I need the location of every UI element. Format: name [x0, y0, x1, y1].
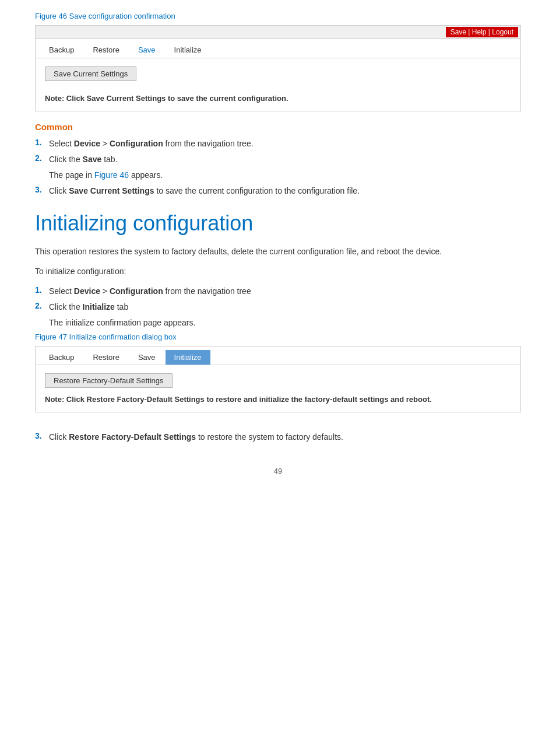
step1-bold1: Device: [74, 139, 100, 148]
init-step2-content: Click the Initialize tab: [49, 301, 521, 313]
figure46-toolbar: Save | Help | Logout: [36, 26, 520, 39]
figure46-nav-tabs: Backup Restore Save Initialize: [36, 39, 520, 58]
step2-num: 2.: [35, 153, 49, 163]
step1-bold2: Configuration: [110, 139, 163, 148]
init-step2-bold: Initialize: [83, 302, 115, 312]
figure47-caption: Figure 47 Initialize confirmation dialog…: [35, 332, 521, 341]
init-para2: To initialize configuration:: [35, 265, 521, 278]
init-step1-bold1: Device: [74, 286, 100, 296]
common-step2: 2. Click the Save tab.: [35, 153, 521, 166]
tab-restore[interactable]: Restore: [84, 43, 128, 58]
step2-content: Click the Save tab.: [49, 153, 521, 166]
init-step1-bold2: Configuration: [110, 286, 163, 296]
init-step3: 3. Click Restore Factory-Default Setting…: [35, 431, 521, 443]
toolbar-links[interactable]: Save | Help | Logout: [446, 27, 518, 37]
init-step1-mid: >: [100, 286, 110, 296]
step2-text-before: Click the: [49, 155, 83, 164]
fig47-tab-restore[interactable]: Restore: [84, 350, 128, 365]
restore-factory-button[interactable]: Restore Factory-Default Settings: [45, 373, 173, 388]
figure46-note: Note: Click Save Current Settings to sav…: [45, 94, 511, 103]
init-step2-before: Click the: [49, 302, 83, 312]
init-step3-content: Click Restore Factory-Default Settings t…: [49, 431, 521, 443]
init-step3-before: Click: [49, 432, 69, 442]
fig47-tab-backup[interactable]: Backup: [40, 350, 83, 365]
common-step2-sub: The page in Figure 46 appears.: [35, 169, 521, 181]
init-step1-num: 1.: [35, 285, 49, 295]
figure47-note: Note: Click Restore Factory-Default Sett…: [45, 395, 511, 404]
init-step1-after: from the navigation tree: [163, 286, 251, 296]
common-step3: 3. Click Save Current Settings to save t…: [35, 185, 521, 197]
fig47-tab-save[interactable]: Save: [129, 350, 164, 365]
fig47-tab-initialize[interactable]: Initialize: [166, 350, 210, 365]
page-number: 49: [35, 467, 521, 475]
step2-text-after: tab.: [101, 155, 117, 164]
init-heading: Initializing configuration: [35, 211, 521, 236]
step1-num: 1.: [35, 138, 49, 147]
init-step2-sub: The initialize confirmation page appears…: [35, 317, 521, 329]
figure46-link[interactable]: Figure 46: [94, 170, 129, 180]
init-step2-after: tab: [115, 302, 128, 312]
tab-backup[interactable]: Backup: [40, 43, 83, 58]
init-step1-content: Select Device > Configuration from the n…: [49, 285, 521, 298]
figure46-caption: Figure 46 Save configuration confirmatio…: [35, 12, 521, 20]
save-current-settings-button[interactable]: Save Current Settings: [45, 66, 136, 81]
tab-save[interactable]: Save: [129, 43, 164, 58]
init-para1: This operation restores the system to fa…: [35, 245, 521, 258]
init-step2: 2. Click the Initialize tab: [35, 301, 521, 313]
init-step3-num: 3.: [35, 431, 49, 440]
figure47-frame: Backup Restore Save Initialize Restore F…: [35, 346, 521, 412]
common-heading: Common: [35, 122, 521, 132]
init-step1: 1. Select Device > Configuration from th…: [35, 285, 521, 298]
step3-num: 3.: [35, 185, 49, 194]
figure46-frame: Save | Help | Logout Backup Restore Save…: [35, 25, 521, 111]
init-step1-before: Select: [49, 286, 74, 296]
figure47-body: Restore Factory-Default Settings Note: C…: [36, 365, 520, 412]
init-step3-bold: Restore Factory-Default Settings: [69, 432, 196, 442]
step3-before: Click: [49, 186, 69, 195]
step2-bold1: Save: [83, 155, 102, 164]
figure47-nav-tabs: Backup Restore Save Initialize: [36, 346, 520, 365]
step1-text-after: from the navigation tree.: [163, 139, 254, 148]
init-step2-num: 2.: [35, 301, 49, 310]
step1-content: Select Device > Configuration from the n…: [49, 138, 521, 150]
tab-initialize[interactable]: Initialize: [166, 43, 210, 58]
step3-bold: Save Current Settings: [69, 186, 154, 195]
init-step3-after: to restore the system to factory default…: [196, 432, 343, 442]
figure46-body: Save Current Settings Note: Click Save C…: [36, 58, 520, 111]
common-step1: 1. Select Device > Configuration from th…: [35, 138, 521, 150]
step1-text-before: Select: [49, 139, 74, 148]
step1-mid: >: [100, 139, 110, 148]
step3-after: to save the current configuration to the…: [154, 186, 360, 195]
step3-content: Click Save Current Settings to save the …: [49, 185, 521, 197]
